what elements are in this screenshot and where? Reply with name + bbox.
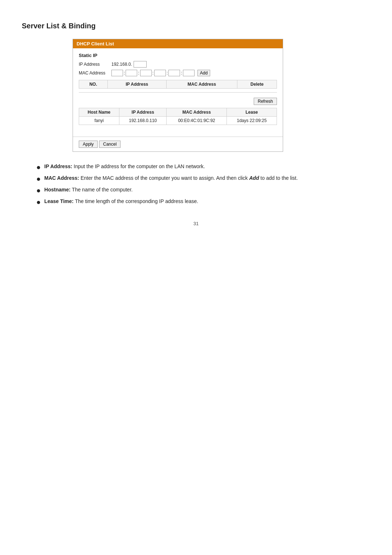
- cell-lease: 1days 22:09:25: [227, 117, 277, 125]
- mac-octet-1[interactable]: [111, 70, 123, 76]
- cell-ip: 192.168.0.110: [119, 117, 166, 125]
- mac-address-row: MAC Address : : : : : Add: [79, 70, 277, 76]
- page-title: Server List & Binding: [22, 22, 370, 30]
- ip-prefix: 192.168.0.: [111, 62, 132, 67]
- cell-mac: 00:E0:4C:01:9C:92: [167, 117, 227, 125]
- mac-sep-4: :: [167, 70, 168, 76]
- ip-address-label: IP Address: [79, 62, 111, 67]
- bottom-buttons: Apply Cancel: [73, 137, 283, 151]
- ip-address-row: IP Address 192.168.0.: [79, 61, 277, 68]
- mac-sep-2: :: [138, 70, 139, 76]
- bullet-hostname-text: Hostname: The name of the computer.: [44, 186, 132, 194]
- page-number: 31: [22, 221, 370, 226]
- static-ip-table: NO. IP Address MAC Address Delete: [79, 80, 277, 89]
- ip-input-group: 192.168.0.: [111, 61, 147, 68]
- bullet-ip-address: ● IP Address: Input the IP address for t…: [36, 163, 370, 171]
- static-col-mac: MAC Address: [166, 80, 237, 89]
- bullet-dot-4: ●: [36, 198, 41, 206]
- bullet-dot-2: ●: [36, 174, 41, 183]
- bullet-ip-text: IP Address: Input the IP address for the…: [44, 163, 205, 170]
- dynamic-col-hostname: Host Name: [79, 108, 119, 117]
- static-col-delete: Delete: [237, 80, 277, 89]
- mac-input-group: : : : : : Add: [111, 70, 210, 76]
- mac-sep-3: :: [152, 70, 154, 76]
- cell-hostname: fanyi: [79, 117, 119, 125]
- mac-address-label: MAC Address: [79, 70, 111, 76]
- mac-octet-2[interactable]: [126, 70, 137, 76]
- mac-octet-4[interactable]: [154, 70, 166, 76]
- cancel-button[interactable]: Cancel: [99, 141, 121, 148]
- dynamic-col-ip: IP Address: [119, 108, 166, 117]
- static-ip-title: Static IP: [79, 53, 277, 58]
- refresh-button[interactable]: Refresh: [254, 98, 277, 105]
- dhcp-client-panel: DHCP Client List Static IP IP Address 19…: [73, 39, 283, 152]
- refresh-row: Refresh: [79, 96, 277, 108]
- bullet-lease-time: ● Lease Time: The time length of the cor…: [36, 198, 370, 206]
- static-col-ip: IP Address: [107, 80, 166, 89]
- bullet-mac-address: ● MAC Address: Enter the MAC address of …: [36, 174, 370, 183]
- table-row: fanyi 192.168.0.110 00:E0:4C:01:9C:92 1d…: [79, 117, 277, 125]
- panel-body: Static IP IP Address 192.168.0. MAC Addr…: [73, 48, 283, 137]
- bullet-dot-3: ●: [36, 186, 41, 195]
- bullet-dot-1: ●: [36, 163, 41, 171]
- mac-octet-5[interactable]: [168, 70, 180, 76]
- mac-octet-3[interactable]: [140, 70, 152, 76]
- description-list: ● IP Address: Input the IP address for t…: [36, 163, 370, 206]
- panel-header: DHCP Client List: [73, 39, 283, 48]
- bullet-mac-text: MAC Address: Enter the MAC address of th…: [44, 174, 298, 182]
- ip-last-octet-input[interactable]: [134, 61, 147, 68]
- dynamic-col-mac: MAC Address: [167, 108, 227, 117]
- dynamic-table: Host Name IP Address MAC Address Lease f…: [79, 108, 277, 125]
- add-button[interactable]: Add: [197, 70, 210, 76]
- static-col-no: NO.: [79, 80, 108, 89]
- section-divider: [79, 92, 277, 93]
- apply-button[interactable]: Apply: [79, 141, 98, 148]
- mac-octet-6[interactable]: [183, 70, 195, 76]
- mac-sep-5: :: [181, 70, 182, 76]
- dynamic-col-lease: Lease: [227, 108, 277, 117]
- bullet-hostname: ● Hostname: The name of the computer.: [36, 186, 370, 195]
- mac-sep-1: :: [124, 70, 125, 76]
- bullet-lease-text: Lease Time: The time length of the corre…: [44, 198, 198, 205]
